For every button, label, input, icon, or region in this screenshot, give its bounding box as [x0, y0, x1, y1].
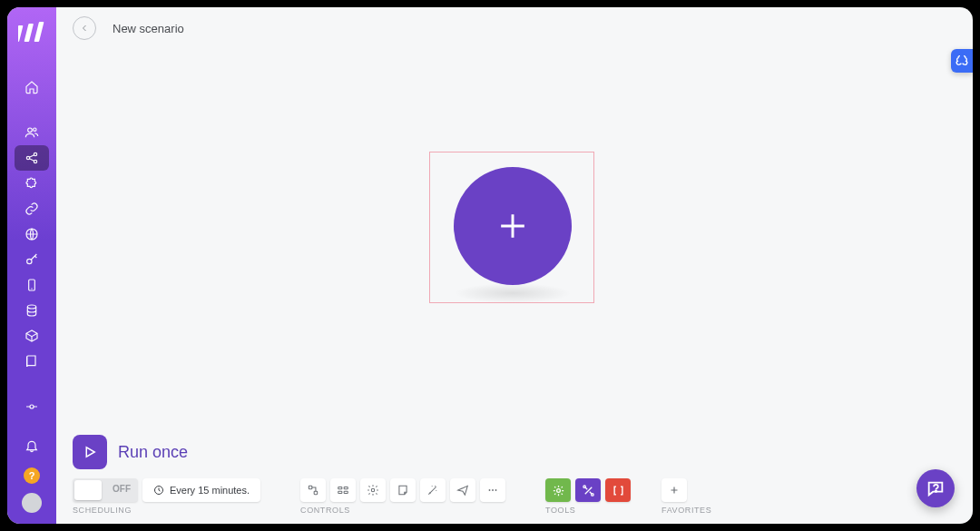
tool-tools[interactable]: [575, 478, 601, 502]
scheduling-toggle[interactable]: OFF: [73, 478, 138, 502]
help-badge[interactable]: ?: [24, 467, 40, 484]
run-row: Run once: [73, 435, 958, 469]
app-frame: ? New scenario Run once: [7, 7, 973, 524]
chat-help-icon: [926, 478, 946, 498]
controls-group: CONTROLS: [300, 478, 505, 515]
schedule-interval-button[interactable]: Every 15 minutes.: [142, 478, 260, 502]
toggle-state-label: OFF: [113, 484, 131, 494]
note-icon: [397, 484, 409, 497]
nav-users[interactable]: [15, 120, 49, 145]
nav-docs[interactable]: [15, 349, 49, 374]
run-once-label: Run once: [118, 443, 188, 462]
nav-webhooks[interactable]: [15, 221, 49, 247]
arrow-left-icon: [79, 23, 90, 34]
export-button[interactable]: [450, 478, 475, 502]
app-logo[interactable]: [15, 16, 48, 49]
plus-icon: [493, 206, 533, 246]
help-fab[interactable]: [916, 469, 955, 507]
link-icon: [24, 202, 39, 216]
plane-icon: [456, 484, 469, 497]
controls-row: OFF Every 15 minutes. SCHEDULING: [73, 478, 958, 515]
svg-rect-17: [344, 487, 348, 489]
svg-point-12: [30, 405, 34, 408]
align-button[interactable]: [330, 478, 356, 502]
schedule-interval-label: Every 15 minutes.: [170, 485, 250, 496]
tools-section-label: TOOLS: [545, 506, 631, 515]
svg-point-11: [27, 305, 35, 309]
database-icon: [24, 303, 39, 318]
help-badge-text: ?: [29, 470, 35, 481]
svg-point-21: [489, 489, 491, 491]
scheduling-section-label: SCHEDULING: [73, 506, 260, 515]
commit-icon: [24, 399, 39, 414]
tool-flow-control[interactable]: [545, 478, 571, 502]
nav-devices[interactable]: [15, 272, 49, 298]
footer: Run once OFF Every 15 minutes. SCHEDULIN…: [73, 435, 958, 515]
nav-git[interactable]: [15, 394, 49, 419]
phone-icon: [24, 278, 39, 292]
svg-rect-0: [18, 25, 24, 42]
scheduling-group: OFF Every 15 minutes. SCHEDULING: [73, 478, 260, 515]
clock-icon: [153, 485, 164, 496]
settings-button[interactable]: [360, 478, 386, 502]
magic-button[interactable]: [420, 478, 446, 502]
add-favorite-button[interactable]: [662, 478, 687, 502]
nav-keys[interactable]: [15, 247, 49, 272]
run-once-button[interactable]: [73, 435, 107, 469]
back-button[interactable]: [73, 16, 96, 40]
nav-packages[interactable]: [15, 323, 49, 349]
add-module-node[interactable]: [454, 167, 572, 285]
svg-point-4: [34, 128, 36, 131]
align-icon: [337, 484, 349, 497]
svg-point-26: [591, 493, 593, 496]
globe-icon: [24, 227, 39, 241]
sidebar: ?: [7, 7, 56, 524]
play-icon: [82, 444, 98, 460]
gear-filled-icon: [552, 484, 565, 497]
svg-rect-18: [338, 491, 342, 493]
toggle-knob: [74, 480, 102, 500]
svg-point-23: [495, 489, 497, 491]
key-icon: [24, 252, 39, 267]
svg-point-3: [28, 128, 33, 133]
nav-connections[interactable]: [15, 196, 49, 221]
bell-icon: [24, 438, 39, 453]
book-icon: [24, 354, 39, 369]
topbar: New scenario: [56, 7, 973, 49]
nav-apps[interactable]: [15, 171, 49, 196]
dots-icon: [486, 484, 499, 497]
explain-flow-button[interactable]: [300, 478, 326, 502]
controls-section-label: CONTROLS: [300, 506, 505, 515]
make-logo-icon: [18, 22, 45, 44]
notes-button[interactable]: [390, 478, 416, 502]
sidebar-bottom: ?: [15, 433, 49, 513]
svg-rect-19: [344, 491, 348, 493]
nav-datastore[interactable]: [15, 298, 49, 323]
favorites-section-label: FAVORITES: [662, 506, 711, 515]
svg-point-22: [492, 489, 494, 491]
svg-rect-1: [24, 24, 34, 42]
tools-icon: [582, 484, 595, 497]
svg-rect-15: [314, 491, 318, 495]
favorites-group: FAVORITES: [662, 478, 711, 515]
svg-rect-14: [309, 486, 312, 489]
share-icon: [24, 151, 39, 165]
nav-notifications[interactable]: [15, 433, 49, 458]
tools-group: TOOLS: [545, 478, 631, 515]
more-button[interactable]: [480, 478, 505, 502]
svg-rect-2: [34, 22, 44, 42]
puzzle-icon: [24, 176, 39, 191]
gear-icon: [367, 484, 379, 497]
nav-scenarios[interactable]: [15, 145, 49, 171]
svg-point-25: [583, 485, 585, 487]
tool-text-parser[interactable]: [605, 478, 631, 502]
node-shadow: [454, 283, 572, 303]
plus-small-icon: [668, 484, 681, 497]
page-title[interactable]: New scenario: [113, 22, 184, 35]
users-icon: [24, 125, 39, 140]
svg-point-24: [556, 488, 560, 492]
svg-point-27: [936, 490, 936, 491]
box-icon: [24, 329, 39, 343]
avatar[interactable]: [22, 493, 42, 513]
nav-home[interactable]: [15, 74, 49, 100]
